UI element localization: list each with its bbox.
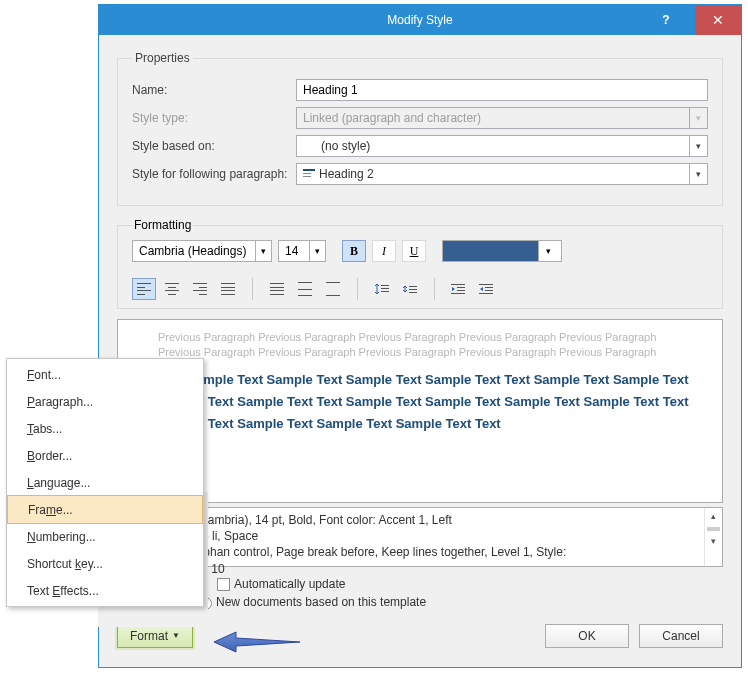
preview-sample-text: Text Sample Text Sample Text Sample Text…: [158, 369, 702, 435]
space-before-inc-button[interactable]: [370, 278, 394, 300]
based-on-dropdown[interactable]: (no style)▾: [296, 135, 708, 157]
dialog-title: Modify Style: [387, 13, 452, 27]
following-dropdown[interactable]: Heading 2▾: [296, 163, 708, 185]
properties-legend: Properties: [132, 51, 193, 65]
menu-font[interactable]: Font...: [7, 361, 203, 388]
chevron-down-icon[interactable]: ▾: [255, 241, 271, 261]
desc-line: Style, Priority: 10: [126, 561, 714, 577]
indent-inc-button[interactable]: [475, 278, 499, 300]
svg-rect-13: [479, 284, 493, 285]
name-label: Name:: [132, 83, 296, 97]
desc-line: pt, Widow/Orphan control, Page break bef…: [126, 544, 714, 560]
auto-update-checkbox[interactable]: [217, 578, 230, 591]
svg-rect-9: [451, 284, 465, 285]
svg-rect-0: [303, 169, 315, 171]
format-button[interactable]: Format▼: [117, 624, 193, 648]
svg-rect-1: [303, 173, 311, 174]
align-center-button[interactable]: [160, 278, 184, 300]
menu-paragraph[interactable]: Paragraph...: [7, 388, 203, 415]
spacing-1-5-button[interactable]: [293, 278, 317, 300]
based-on-label: Style based on:: [132, 139, 296, 153]
preview-previous-text: Previous Paragraph Previous Paragraph Pr…: [158, 330, 702, 361]
chevron-down-icon[interactable]: ▾: [689, 164, 707, 184]
titlebar: Modify Style ? ✕: [99, 5, 741, 35]
format-context-menu: Font... Paragraph... Tabs... Border... L…: [6, 358, 204, 607]
color-swatch: [443, 241, 539, 261]
svg-rect-14: [485, 287, 493, 288]
indent-dec-button[interactable]: [447, 278, 471, 300]
help-button[interactable]: ?: [643, 5, 689, 35]
desc-line: +Headings (Cambria), 14 pt, Bold, Font c…: [126, 512, 714, 528]
cancel-button[interactable]: Cancel: [639, 624, 723, 648]
svg-rect-11: [457, 290, 465, 291]
svg-rect-5: [381, 291, 389, 292]
style-type-dropdown: Linked (paragraph and character)▾: [296, 107, 708, 129]
spacing-2-button[interactable]: [321, 278, 345, 300]
bold-button[interactable]: B: [342, 240, 366, 262]
preview-pane: Previous Paragraph Previous Paragraph Pr…: [117, 319, 723, 503]
font-dropdown[interactable]: Cambria (Headings)▾: [132, 240, 272, 262]
heading-icon: [303, 168, 315, 180]
underline-button[interactable]: U: [402, 240, 426, 262]
svg-rect-15: [485, 290, 493, 291]
menu-tabs[interactable]: Tabs...: [7, 415, 203, 442]
svg-rect-10: [457, 287, 465, 288]
menu-numbering[interactable]: Numbering...: [7, 523, 203, 550]
svg-rect-4: [381, 288, 389, 289]
following-label: Style for following paragraph:: [132, 167, 296, 181]
menu-text-effects[interactable]: Text Effects...: [7, 577, 203, 604]
space-before-dec-button[interactable]: [398, 278, 422, 300]
align-right-button[interactable]: [188, 278, 212, 300]
svg-rect-2: [303, 176, 311, 177]
properties-group: Properties Name: Style type: Linked (par…: [117, 51, 723, 206]
ok-button[interactable]: OK: [545, 624, 629, 648]
formatting-group: Formatting Cambria (Headings)▾ 14▾ B I U…: [117, 218, 723, 309]
svg-rect-3: [381, 285, 389, 286]
menu-shortcut-key[interactable]: Shortcut key...: [7, 550, 203, 577]
formatting-legend: Formatting: [132, 218, 193, 232]
svg-rect-12: [451, 293, 465, 294]
menu-border[interactable]: Border...: [7, 442, 203, 469]
auto-update-label: Automatically update: [234, 577, 345, 591]
close-button[interactable]: ✕: [695, 5, 741, 35]
chevron-down-icon[interactable]: ▾: [309, 241, 325, 261]
chevron-down-icon: ▾: [689, 108, 707, 128]
style-type-label: Style type:: [132, 111, 296, 125]
align-justify-button[interactable]: [216, 278, 240, 300]
svg-rect-7: [409, 289, 417, 290]
annotation-arrow-icon: [212, 628, 302, 656]
svg-rect-8: [409, 292, 417, 293]
italic-button[interactable]: I: [372, 240, 396, 262]
scrollbar[interactable]: ▴▾: [704, 508, 722, 566]
menu-frame[interactable]: Frame...: [7, 495, 203, 524]
menu-language[interactable]: Language...: [7, 469, 203, 496]
size-dropdown[interactable]: 14▾: [278, 240, 326, 262]
name-input[interactable]: [296, 79, 708, 101]
template-label: New documents based on this template: [216, 595, 426, 609]
spacing-1-button[interactable]: [265, 278, 289, 300]
align-left-button[interactable]: [132, 278, 156, 300]
svg-rect-6: [409, 286, 417, 287]
font-color-dropdown[interactable]: ▾: [442, 240, 562, 262]
svg-rect-16: [479, 293, 493, 294]
chevron-down-icon[interactable]: ▾: [539, 246, 557, 256]
desc-line: : Multiple 1.15 li, Space: [126, 528, 714, 544]
chevron-down-icon[interactable]: ▾: [689, 136, 707, 156]
